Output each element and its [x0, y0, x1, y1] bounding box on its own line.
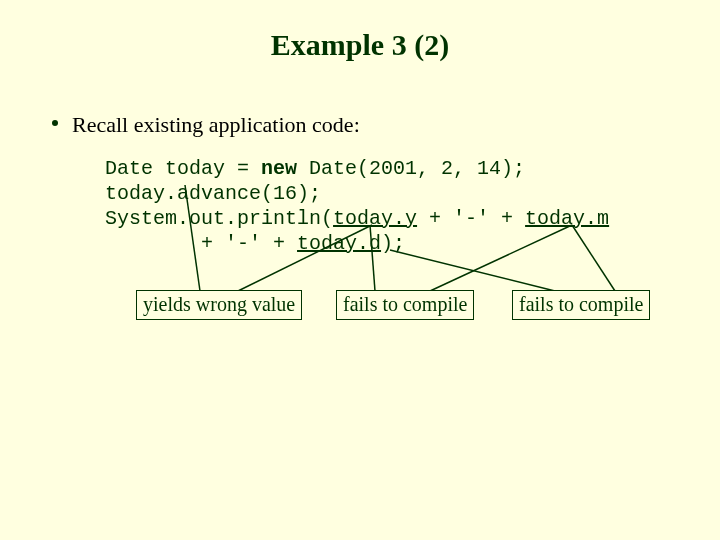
code-l2: today.advance(16);	[105, 182, 321, 205]
code-l3a: System.out.println(	[105, 207, 333, 230]
code-l4c: );	[381, 232, 405, 255]
code-l4a: + '-' +	[105, 232, 297, 255]
svg-line-4	[390, 250, 555, 291]
slide-title: Example 3 (2)	[0, 28, 720, 62]
code-block: Date today = new Date(2001, 2, 14); toda…	[105, 156, 609, 256]
callout-wrong-value: yields wrong value	[136, 290, 302, 320]
slide: Example 3 (2) Recall existing applicatio…	[0, 0, 720, 540]
code-l1c: Date(2001, 2, 14);	[297, 157, 525, 180]
code-today-d: today.d	[297, 232, 381, 255]
bullet-item: Recall existing application code:	[72, 112, 360, 138]
callout-fails-compile-1: fails to compile	[336, 290, 474, 320]
code-l3c: + '-' +	[417, 207, 525, 230]
code-today-y: today.y	[333, 207, 417, 230]
bullet-text: Recall existing application code:	[72, 112, 360, 137]
callout-fails-compile-2: fails to compile	[512, 290, 650, 320]
bullet-dot-icon	[52, 120, 58, 126]
code-l1b-keyword: new	[261, 157, 297, 180]
callout-arrows	[0, 0, 720, 540]
code-today-m: today.m	[525, 207, 609, 230]
code-l1a: Date today =	[105, 157, 261, 180]
